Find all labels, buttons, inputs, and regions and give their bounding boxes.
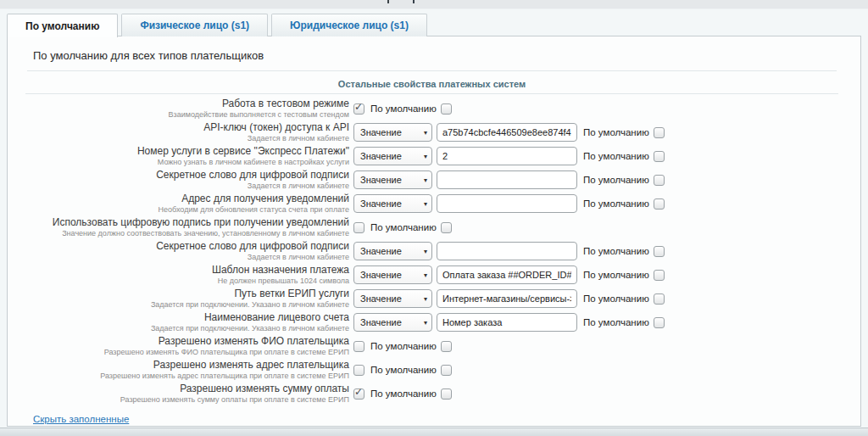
default-checkbox[interactable] <box>441 388 452 400</box>
field-controls: ✓По умолчанию <box>353 103 452 115</box>
cropped-text-fragment <box>413 0 415 3</box>
field-sublabel: Задается в личном кабинете <box>25 134 349 143</box>
value-checkbox[interactable]: ✓ <box>353 103 364 115</box>
tab-individual-person[interactable]: Физическое лицо (s1) <box>121 14 268 36</box>
value-type-select[interactable]: Значение▾ <box>353 266 432 284</box>
field-controls: Значение▾По умолчанию <box>353 242 665 260</box>
field-sublabel: Значение должно соотвествовать значению,… <box>25 229 349 238</box>
field-sublabel: Задается в личном кабинете <box>25 253 349 261</box>
field-controls: По умолчанию <box>353 365 452 376</box>
value-input[interactable] <box>437 289 577 308</box>
form-rows: Работа в тестовом режиме Взаимодействие … <box>25 97 838 405</box>
select-value-label: Значение <box>360 151 402 161</box>
field-label: Разрешено изменять адрес плательщика <box>25 360 349 371</box>
value-input[interactable] <box>437 313 577 332</box>
field-sublabel: Задается при подключении. Указано в личн… <box>25 300 349 309</box>
default-label: По умолчанию <box>583 175 649 185</box>
field-label: Использовать цифровую подпись при получе… <box>25 217 349 228</box>
value-input[interactable] <box>437 123 577 142</box>
value-checkbox[interactable] <box>353 222 364 233</box>
form-row: Шаблон назначения платежа Не должен прев… <box>25 263 838 287</box>
default-checkbox[interactable] <box>654 175 665 186</box>
field-sublabel: Необходим для обновления статуса счета п… <box>25 205 349 214</box>
field-label: Разрешено изменять ФИО плательщика <box>25 336 349 347</box>
default-label: По умолчанию <box>370 341 437 351</box>
default-checkbox[interactable] <box>654 317 665 328</box>
chevron-down-icon: ▾ <box>424 319 427 327</box>
top-strip <box>0 0 868 9</box>
default-checkbox[interactable] <box>654 293 665 305</box>
bottom-bar <box>0 428 868 436</box>
value-type-select[interactable]: Значение▾ <box>353 313 432 332</box>
select-value-label: Значение <box>360 127 402 137</box>
chevron-down-icon: ▾ <box>424 176 427 184</box>
default-checkbox[interactable] <box>441 365 452 376</box>
default-checkbox[interactable] <box>654 246 665 257</box>
field-label: API-ключ (токен) доступа к API <box>25 122 349 133</box>
form-row: Адрес для получения уведомлений Необходи… <box>25 192 838 215</box>
select-value-label: Значение <box>360 317 402 327</box>
default-checkbox[interactable] <box>441 103 452 115</box>
chevron-down-icon: ▾ <box>424 295 427 303</box>
tab-legal-entity[interactable]: Юридическое лицо (s1) <box>271 14 427 36</box>
field-sublabel: Взаимодействие выполняется с тестовым ст… <box>25 110 349 119</box>
default-label: По умолчанию <box>583 270 649 280</box>
select-value-label: Значение <box>360 198 402 209</box>
chevron-down-icon: ▾ <box>424 200 427 208</box>
value-checkbox[interactable]: ✓ <box>353 388 364 400</box>
field-sublabel: Задается в личном кабинете <box>25 182 349 190</box>
divider <box>27 70 837 71</box>
value-input[interactable] <box>437 170 577 189</box>
field-label: Адрес для получения уведомлений <box>25 193 349 204</box>
section-title: Остальные свойства платежных систем <box>25 79 838 94</box>
value-checkbox[interactable] <box>353 341 364 352</box>
default-checkbox[interactable] <box>654 127 665 138</box>
default-checkbox[interactable] <box>441 222 452 233</box>
field-sublabel: Разрешено изменять сумму оплаты при опла… <box>25 395 349 404</box>
form-row: Номер услуги в сервисе "Экспресс Платежи… <box>25 144 838 168</box>
hide-filled-link[interactable]: Скрыть заполненные <box>33 414 129 424</box>
default-checkbox[interactable] <box>654 151 665 162</box>
default-label: По умолчанию <box>583 317 649 327</box>
checkmark-icon: ✓ <box>354 387 363 398</box>
field-label: Работа в тестовом режиме <box>25 98 349 109</box>
value-input[interactable] <box>437 266 577 284</box>
chevron-down-icon: ▾ <box>424 129 427 137</box>
value-input[interactable] <box>437 194 577 213</box>
chevron-down-icon: ▾ <box>424 248 427 255</box>
cropped-text-fragment <box>387 0 389 3</box>
default-label: По умолчанию <box>370 365 437 375</box>
value-type-select[interactable]: Значение▾ <box>353 123 432 142</box>
field-label: Секретное слово для цифровой подписи <box>25 241 349 252</box>
form-row: Разрешено изменять адрес плательщика Раз… <box>25 358 838 382</box>
field-controls: Значение▾По умолчанию <box>353 266 665 284</box>
field-controls: Значение▾По умолчанию <box>353 313 665 332</box>
tab-default[interactable]: По умолчанию <box>7 14 118 37</box>
default-label: По умолчанию <box>370 388 437 399</box>
value-type-select[interactable]: Значение▾ <box>353 147 432 165</box>
value-input[interactable] <box>437 242 577 260</box>
default-label: По умолчанию <box>583 151 649 161</box>
value-type-select[interactable]: Значение▾ <box>353 289 432 308</box>
field-controls: Значение▾По умолчанию <box>353 194 665 213</box>
field-controls: Значение▾По умолчанию <box>353 123 665 142</box>
value-checkbox[interactable] <box>353 365 364 376</box>
default-checkbox[interactable] <box>654 270 665 281</box>
select-value-label: Значение <box>360 270 402 280</box>
select-value-label: Значение <box>360 175 402 185</box>
form-row: Разрешено изменять сумму оплаты Разрешен… <box>25 382 838 405</box>
field-controls: По умолчанию <box>353 222 452 233</box>
default-label: По умолчанию <box>583 127 649 137</box>
default-label: По умолчанию <box>370 103 437 114</box>
value-input[interactable] <box>437 147 577 165</box>
default-label: По умолчанию <box>583 198 649 209</box>
value-type-select[interactable]: Значение▾ <box>353 242 432 260</box>
field-sublabel: Разрешено изменять адрес плательщика при… <box>25 372 349 380</box>
field-label: Наименование лицевого счета <box>25 312 349 323</box>
default-checkbox[interactable] <box>441 341 452 352</box>
value-type-select[interactable]: Значение▾ <box>353 194 432 213</box>
form-row: Секретное слово для цифровой подписи Зад… <box>25 168 838 192</box>
value-type-select[interactable]: Значение▾ <box>353 170 432 189</box>
default-checkbox[interactable] <box>654 198 665 210</box>
field-sublabel: Разрешено изменять ФИО плательщика при о… <box>25 348 349 356</box>
